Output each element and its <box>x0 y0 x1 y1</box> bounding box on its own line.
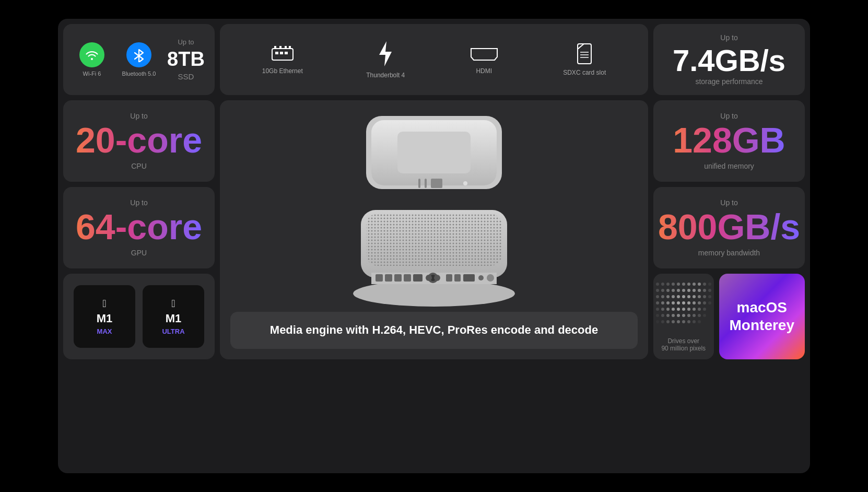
svg-marker-8 <box>379 41 392 66</box>
svg-point-70 <box>698 295 701 298</box>
svg-point-106 <box>666 320 670 323</box>
bluetooth-label: Bluetooth 5.0 <box>122 71 156 77</box>
memory-value: 128GB <box>673 122 785 158</box>
ports-card: 10Gb Ethernet Thunderbolt 4 HDMI <box>220 24 648 95</box>
bluetooth-icon <box>126 42 151 67</box>
svg-point-69 <box>693 295 696 298</box>
svg-point-71 <box>703 295 706 298</box>
svg-point-48 <box>698 283 701 286</box>
memory-card: Up to 128GB unified memory <box>653 100 805 182</box>
svg-rect-17 <box>425 179 427 188</box>
svg-rect-18 <box>431 179 442 188</box>
svg-point-56 <box>682 289 685 292</box>
ethernet-item: 10Gb Ethernet <box>262 44 303 75</box>
svg-point-112 <box>698 320 701 323</box>
svg-point-33 <box>426 275 432 281</box>
bandwidth-card: Up to 800GB/s memory bandwidth <box>653 187 805 268</box>
svg-point-94 <box>656 314 659 317</box>
svg-rect-29 <box>404 274 411 282</box>
svg-rect-35 <box>446 274 452 282</box>
svg-point-39 <box>487 274 494 282</box>
thunderbolt-item: Thunderbolt 4 <box>366 40 405 79</box>
svg-point-91 <box>693 308 696 311</box>
svg-point-52 <box>661 289 664 292</box>
m1-ultra-badge:  M1 ULTRA <box>143 285 204 348</box>
connectivity-card: Wi-Fi 6 Bluetooth 5.0 Up to 8TB SSD <box>63 24 215 95</box>
svg-point-81 <box>698 301 701 304</box>
macos-name: macOS Monterey <box>730 299 794 334</box>
bluetooth-item: Bluetooth 5.0 <box>115 42 162 77</box>
svg-point-51 <box>656 289 659 292</box>
svg-point-72 <box>708 295 711 298</box>
svg-point-90 <box>687 308 690 311</box>
svg-point-67 <box>682 295 685 298</box>
svg-point-92 <box>698 308 701 311</box>
bottom-right-section: Drives over90 million pixels macOS Monte… <box>653 274 805 359</box>
svg-point-108 <box>677 320 680 323</box>
svg-point-64 <box>666 295 670 298</box>
svg-point-89 <box>682 308 685 311</box>
pixel-label: Drives over90 million pixels <box>661 337 706 352</box>
svg-point-57 <box>687 289 690 292</box>
svg-point-62 <box>656 295 659 298</box>
cpu-value: 20-core <box>76 122 202 158</box>
svg-rect-3 <box>285 52 288 54</box>
hdmi-item: HDMI <box>468 44 500 75</box>
gpu-upto: Up to <box>130 198 147 207</box>
hdmi-label: HDMI <box>476 67 492 75</box>
svg-point-75 <box>666 301 670 304</box>
svg-point-53 <box>666 289 670 292</box>
svg-point-110 <box>687 320 690 323</box>
svg-point-45 <box>682 283 685 286</box>
m1-max-badge:  M1 MAX <box>74 285 135 348</box>
svg-point-40 <box>656 283 659 286</box>
ssd-label: SSD <box>178 72 194 81</box>
wifi-icon <box>79 42 104 67</box>
storage-card: Up to 7.4GB/s storage performance <box>653 24 805 95</box>
svg-point-97 <box>672 314 675 317</box>
mac-studio-top-view <box>345 111 523 202</box>
m1-ultra-label: M1 <box>166 312 182 325</box>
svg-point-111 <box>693 320 696 323</box>
svg-rect-7 <box>289 46 291 49</box>
ssd-item: Up to 8TB SSD <box>162 38 209 81</box>
svg-point-49 <box>703 283 706 286</box>
media-engine-card: Media engine with H.264, HEVC, ProRes en… <box>230 312 638 349</box>
media-engine-text: Media engine with H.264, HEVC, ProRes en… <box>241 322 627 338</box>
svg-rect-5 <box>279 46 281 49</box>
ssd-value: 8TB <box>167 49 205 69</box>
chip-card:  M1 MAX  M1 ULTRA <box>63 274 215 359</box>
svg-rect-20 <box>397 132 471 173</box>
gpu-label: GPU <box>131 249 147 257</box>
thunderbolt-label: Thunderbolt 4 <box>366 72 405 79</box>
svg-point-73 <box>656 301 659 304</box>
svg-point-88 <box>677 308 680 311</box>
svg-point-105 <box>661 320 664 323</box>
m1-max-label: M1 <box>97 312 113 325</box>
svg-point-96 <box>666 314 670 317</box>
macos-card: macOS Monterey <box>719 274 805 359</box>
svg-point-61 <box>708 289 711 292</box>
svg-rect-36 <box>454 274 461 282</box>
svg-point-74 <box>661 301 664 304</box>
cpu-label: CPU <box>131 162 147 170</box>
apple-logo-ultra:  <box>171 298 175 310</box>
svg-point-77 <box>677 301 680 304</box>
svg-point-63 <box>661 295 664 298</box>
svg-point-101 <box>693 314 696 317</box>
svg-point-55 <box>677 289 680 292</box>
memory-upto: Up to <box>720 112 737 120</box>
svg-point-107 <box>672 320 675 323</box>
svg-point-82 <box>703 301 706 304</box>
svg-point-102 <box>698 314 701 317</box>
pixel-card: Drives over90 million pixels <box>653 274 714 359</box>
bandwidth-value: 800GB/s <box>658 209 800 244</box>
svg-point-41 <box>661 283 664 286</box>
gpu-value: 64-core <box>76 209 202 244</box>
svg-point-47 <box>693 283 696 286</box>
svg-point-104 <box>656 320 659 323</box>
main-container: Wi-Fi 6 Bluetooth 5.0 Up to 8TB SSD <box>58 19 810 473</box>
svg-point-87 <box>672 308 675 311</box>
svg-point-99 <box>682 314 685 317</box>
svg-point-93 <box>703 308 706 311</box>
